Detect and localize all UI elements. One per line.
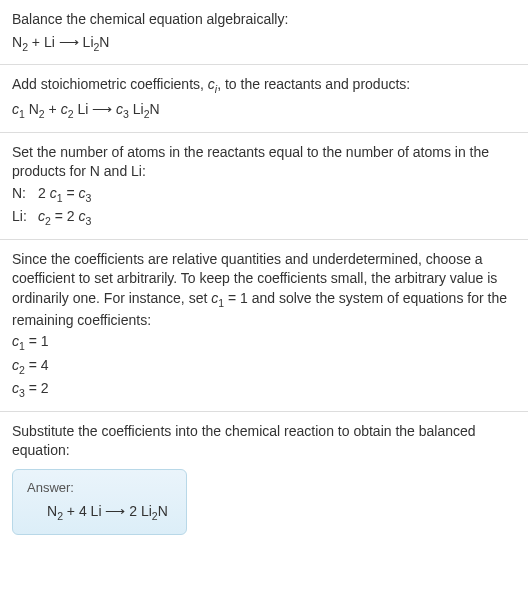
step1-end: N [99, 34, 109, 50]
step4-result3: c3 = 2 [12, 379, 516, 400]
step2-sp1: N [25, 101, 39, 117]
step2-title-p2: , to the reactants and products: [217, 76, 410, 92]
step1-plus: + Li ⟶ Li [28, 34, 94, 50]
step2-sp3: Li [129, 101, 144, 117]
step1-n: N [12, 34, 22, 50]
step1-equation: N2 + Li ⟶ Li2N [12, 34, 516, 53]
step2-plus: + [45, 101, 61, 117]
step3-n-pre: 2 [38, 185, 50, 201]
step-solve-coefficients: Since the coefficients are relative quan… [0, 240, 528, 412]
step-substitute: Substitute the coefficients into the che… [0, 412, 528, 555]
step2-title: Add stoichiometric coefficients, ci, to … [12, 75, 516, 96]
step3-n-label: N: [12, 184, 30, 205]
step3-li-label: Li: [12, 207, 30, 228]
ans-end: N [158, 503, 168, 519]
step1-title: Balance the chemical equation algebraica… [12, 10, 516, 30]
step2-equation: c1 N2 + c2 Li ⟶ c3 Li2N [12, 101, 516, 120]
step4-title: Since the coefficients are relative quan… [12, 250, 516, 330]
step3-n-c3: c [79, 185, 86, 201]
step4-r2-val: = 4 [25, 357, 49, 373]
step2-sp2: Li ⟶ [74, 101, 117, 117]
step3-li-eq: c2 = 2 c3 [38, 207, 91, 228]
step3-n-c1: c [50, 185, 57, 201]
answer-label: Answer: [27, 480, 168, 495]
step3-title: Set the number of atoms in the reactants… [12, 143, 516, 182]
step2-title-p1: Add stoichiometric coefficients, [12, 76, 208, 92]
step3-li-row: Li: c2 = 2 c3 [12, 207, 516, 228]
step4-result2: c2 = 4 [12, 356, 516, 377]
step4-r2-c: c [12, 357, 19, 373]
step2-c2: c [61, 101, 68, 117]
step-balance-algebraically: Balance the chemical equation algebraica… [0, 0, 528, 65]
step2-c1: c [12, 101, 19, 117]
step4-r1-val: = 1 [25, 333, 49, 349]
step4-r1-c: c [12, 333, 19, 349]
step3-n-eq: 2 c1 = c3 [38, 184, 91, 205]
step3-n-mid: = [63, 185, 79, 201]
step2-title-var: c [208, 76, 215, 92]
step3-li-c2: c [38, 208, 45, 224]
step4-r3-c: c [12, 380, 19, 396]
step-add-coefficients: Add stoichiometric coefficients, ci, to … [0, 65, 528, 132]
answer-box: Answer: N2 + 4 Li ⟶ 2 Li2N [12, 469, 187, 535]
step4-r3-val: = 2 [25, 380, 49, 396]
step3-n-row: N: 2 c1 = c3 [12, 184, 516, 205]
ans-mid: + 4 Li ⟶ 2 Li [63, 503, 152, 519]
step-atom-equations: Set the number of atoms in the reactants… [0, 133, 528, 240]
answer-equation: N2 + 4 Li ⟶ 2 Li2N [27, 503, 168, 522]
step4-result1: c1 = 1 [12, 332, 516, 353]
ans-n: N [47, 503, 57, 519]
step3-li-mid: = 2 [51, 208, 79, 224]
step2-end: N [150, 101, 160, 117]
step3-li-c3sub: 3 [85, 215, 91, 227]
step3-n-c3sub: 3 [86, 192, 92, 204]
step5-title: Substitute the coefficients into the che… [12, 422, 516, 461]
